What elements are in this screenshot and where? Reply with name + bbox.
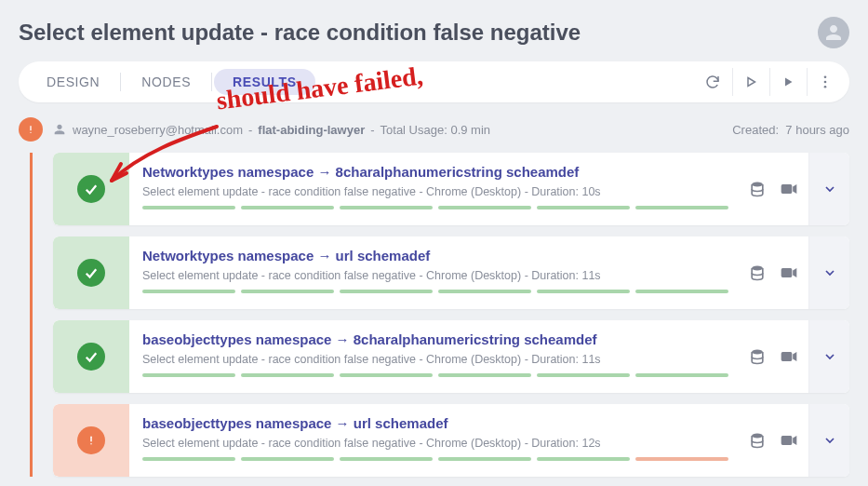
row-actions xyxy=(741,320,808,393)
toolbar: DESIGN NODES RESULTS xyxy=(19,61,849,102)
status-box xyxy=(53,236,129,309)
step-bar xyxy=(537,373,630,377)
tabs: DESIGN NODES RESULTS xyxy=(26,61,317,102)
expand-toggle[interactable] xyxy=(808,153,849,225)
step-bar xyxy=(438,373,531,377)
play-icon xyxy=(780,74,796,90)
step-bar xyxy=(241,457,334,461)
run-header: wayne_roseberry@hotmail.com - flat-abidi… xyxy=(19,117,849,142)
video-button[interactable] xyxy=(773,341,805,372)
run-created: Created: 7 hours ago xyxy=(732,123,849,137)
svg-point-8 xyxy=(752,182,763,187)
test-result-row: Networktypes namespace → 8charalphanumer… xyxy=(53,153,849,225)
tab-results[interactable]: RESULTS xyxy=(214,69,315,95)
video-icon xyxy=(780,263,798,282)
user-avatar[interactable] xyxy=(818,17,849,48)
row-subtitle: Select element update - race condition f… xyxy=(142,437,728,450)
svg-point-3 xyxy=(823,81,826,84)
chevron-down-icon xyxy=(822,182,837,196)
step-bar xyxy=(537,457,630,461)
alert-icon xyxy=(83,432,100,449)
row-actions xyxy=(741,404,808,477)
step-bars xyxy=(142,206,728,209)
svg-rect-11 xyxy=(90,437,92,442)
play-outline-button[interactable] xyxy=(732,68,768,96)
row-subtitle: Select element update - race condition f… xyxy=(142,269,728,282)
step-bar xyxy=(635,373,728,377)
svg-rect-7 xyxy=(30,132,31,133)
svg-marker-1 xyxy=(785,78,793,87)
expand-toggle[interactable] xyxy=(808,404,849,477)
tab-nodes[interactable]: NODES xyxy=(123,69,209,95)
check-icon xyxy=(83,181,100,197)
row-actions xyxy=(741,236,808,309)
step-bar xyxy=(438,290,531,293)
more-vert-icon xyxy=(817,74,834,90)
refresh-icon xyxy=(704,74,721,90)
row-title: baseobjecttypes namespace → url schemade… xyxy=(142,415,728,431)
run-created-time: 7 hours ago xyxy=(785,123,849,137)
step-bar xyxy=(241,206,334,209)
video-button[interactable] xyxy=(773,173,805,205)
step-bar xyxy=(142,290,235,293)
sep: - xyxy=(370,123,374,137)
page-root: Select element update - race condition f… xyxy=(0,0,868,477)
test-result-row: baseobjecttypes namespace → 8charalphanu… xyxy=(53,320,849,393)
refresh-button[interactable] xyxy=(695,68,730,96)
run-user-email: wayne_roseberry@hotmail.com xyxy=(73,123,243,137)
svg-rect-12 xyxy=(90,443,92,445)
step-bar xyxy=(340,290,433,293)
row-body[interactable]: baseobjecttypes namespace → url schemade… xyxy=(129,404,741,477)
more-button[interactable] xyxy=(807,68,842,96)
step-bar xyxy=(635,457,728,461)
play-outline-icon xyxy=(742,74,759,90)
logs-button[interactable] xyxy=(741,341,773,372)
step-bar xyxy=(635,206,728,209)
video-button[interactable] xyxy=(773,425,805,456)
toolbar-actions xyxy=(695,68,842,96)
run-slug: flat-abiding-lawyer xyxy=(258,123,365,137)
video-button[interactable] xyxy=(773,257,805,289)
row-body[interactable]: baseobjecttypes namespace → 8charalphanu… xyxy=(129,320,741,393)
chevron-down-icon xyxy=(822,265,837,280)
step-bar xyxy=(537,290,630,293)
expand-toggle[interactable] xyxy=(808,236,849,309)
step-bar xyxy=(142,457,235,461)
database-icon xyxy=(748,431,767,450)
svg-point-2 xyxy=(823,75,826,78)
step-bar xyxy=(241,373,334,377)
status-box xyxy=(53,404,129,477)
status-pass-icon xyxy=(77,175,105,203)
svg-rect-6 xyxy=(30,126,31,130)
step-bars xyxy=(142,457,728,461)
row-title: baseobjecttypes namespace → 8charalphanu… xyxy=(142,331,728,347)
status-pass-icon xyxy=(77,259,105,287)
check-icon xyxy=(83,348,100,365)
step-bar xyxy=(340,373,433,377)
step-bar xyxy=(340,457,433,461)
status-fail-icon xyxy=(77,426,105,454)
row-body[interactable]: Networktypes namespace → url schemadefSe… xyxy=(129,236,741,309)
row-title: Networktypes namespace → 8charalphanumer… xyxy=(142,164,728,180)
step-bar xyxy=(438,206,531,209)
step-bar xyxy=(142,206,235,209)
tab-design[interactable]: DESIGN xyxy=(28,69,118,95)
run-usage: Total Usage: 0.9 min xyxy=(381,123,491,137)
test-results-list: Networktypes namespace → 8charalphanumer… xyxy=(30,153,849,477)
run-created-label: Created: xyxy=(732,123,779,137)
logs-button[interactable] xyxy=(741,425,773,456)
test-result-row: Networktypes namespace → url schemadefSe… xyxy=(53,236,849,309)
row-body[interactable]: Networktypes namespace → 8charalphanumer… xyxy=(129,153,741,225)
logs-button[interactable] xyxy=(741,257,773,289)
svg-point-13 xyxy=(752,434,763,439)
database-icon xyxy=(748,180,767,198)
svg-point-4 xyxy=(823,86,826,88)
status-box xyxy=(53,320,129,393)
step-bar xyxy=(142,373,235,377)
expand-toggle[interactable] xyxy=(808,320,849,393)
logs-button[interactable] xyxy=(741,173,773,205)
step-bar xyxy=(340,206,433,209)
person-icon xyxy=(52,122,67,137)
play-button[interactable] xyxy=(769,68,805,96)
database-icon xyxy=(748,347,767,366)
